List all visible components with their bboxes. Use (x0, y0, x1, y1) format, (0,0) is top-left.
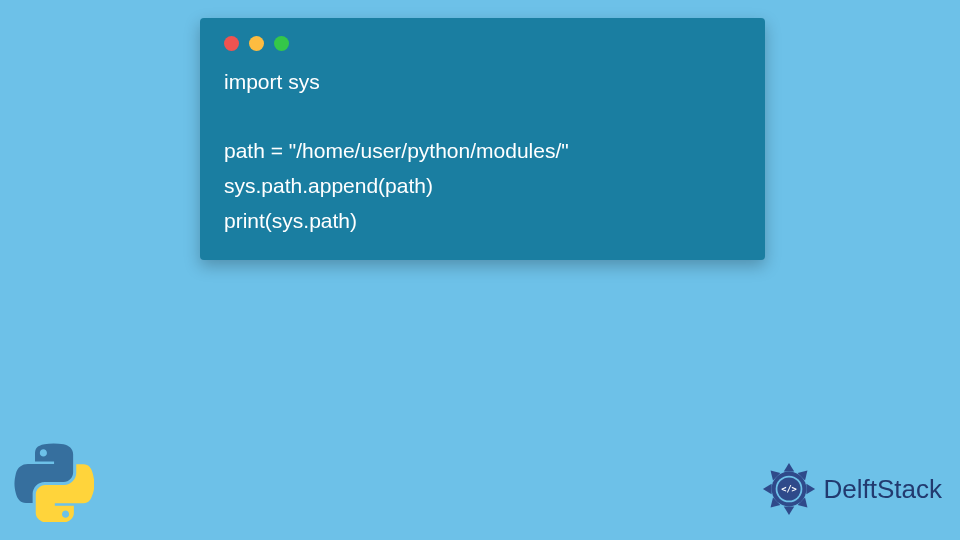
svg-marker-0 (783, 463, 793, 472)
code-block: import sys path = "/home/user/python/mod… (224, 65, 741, 238)
python-logo-icon (14, 442, 94, 522)
maximize-icon (274, 36, 289, 51)
window-traffic-lights (224, 36, 741, 51)
delftstack-gear-icon: </> (760, 460, 818, 518)
svg-marker-2 (806, 484, 815, 494)
svg-marker-6 (762, 484, 771, 494)
svg-text:</>: </> (781, 484, 797, 494)
code-window: import sys path = "/home/user/python/mod… (200, 18, 765, 260)
brand-name: DelftStack (824, 474, 943, 505)
svg-marker-4 (783, 506, 793, 515)
minimize-icon (249, 36, 264, 51)
brand-logo: </> DelftStack (760, 460, 943, 518)
close-icon (224, 36, 239, 51)
